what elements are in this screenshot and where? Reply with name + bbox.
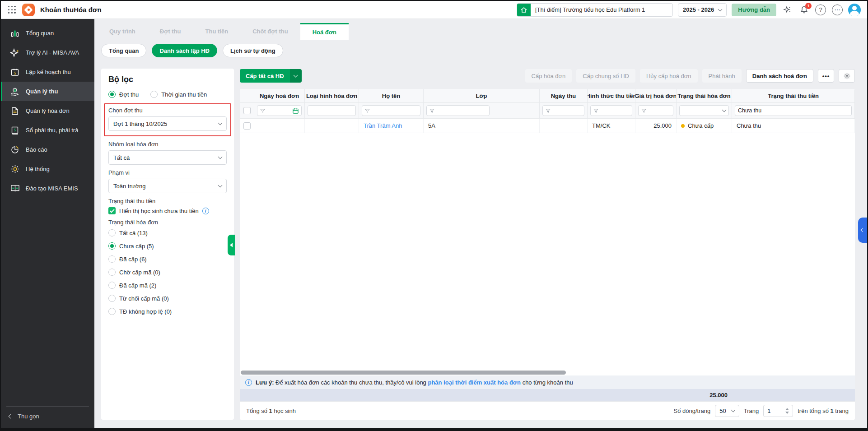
filter-panel: Bộ lọc Đợt thu Thời gian thu tiền Chọn đ… <box>101 69 234 420</box>
cell-ngay-hoa-don <box>254 119 305 133</box>
radio-td-khong-hop-le[interactable]: TĐ không hợp lệ (0) <box>108 308 227 315</box>
main-area: Quy trình Đợt thu Thu tiền Chốt đợt thu … <box>94 19 867 428</box>
filter-ho-ten[interactable] <box>362 105 420 116</box>
user-avatar[interactable] <box>848 4 861 16</box>
school-selector[interactable]: [Thí điểm] Trường tiểu học Edu Platform … <box>517 3 673 17</box>
radio-cho-cap-ma[interactable]: Chờ cấp mã (0) <box>108 269 227 276</box>
cell-hinh-thuc: TM/CK <box>588 119 635 133</box>
filter-loai-hinh[interactable] <box>308 105 356 116</box>
show-unpaid-label: Hiển thị học sinh chưa thu tiền <box>119 208 199 214</box>
radio-dot-thu[interactable]: Đợt thu <box>108 91 139 98</box>
radio-tat-ca[interactable]: Tất cả (13) <box>108 229 227 236</box>
batch-dropdown[interactable]: Đợt 1 tháng 10/2025 <box>108 116 227 131</box>
page-value: 1 <box>767 408 770 414</box>
help-icon[interactable]: ? <box>815 4 826 16</box>
column-gia-tri-hoa-don[interactable]: Giá trị hoá đơn <box>635 89 677 102</box>
radio-chua-cap[interactable]: Chưa cấp (5) <box>108 242 227 250</box>
more-menu-icon[interactable]: ⋯ <box>831 4 843 16</box>
filter-lop[interactable] <box>426 105 490 116</box>
note-prefix: Lưu ý: <box>256 379 274 386</box>
page-number-input[interactable]: 1 <box>763 405 793 417</box>
sidebar-item-tong-quan[interactable]: Tổng quan <box>1 23 94 43</box>
app-window: Khoản thuHóa đơn [Thí điểm] Trường tiểu … <box>0 0 868 431</box>
invoice-group-dropdown[interactable]: Tất cả <box>108 150 227 165</box>
right-panel-expand-handle[interactable] <box>858 218 867 243</box>
column-hinh-thuc-thu-tien[interactable]: Hình thức thu tiền <box>588 89 635 102</box>
filter-ngay-thu[interactable] <box>542 105 584 116</box>
info-icon[interactable]: i <box>202 208 209 214</box>
issue-all-invoices-button[interactable]: Cấp tất cả HĐ <box>240 69 302 83</box>
more-actions-button[interactable]: ••• <box>818 69 834 83</box>
table-settings-button[interactable] <box>839 69 855 83</box>
issue-invoice-button[interactable]: Cấp hóa đơn <box>525 69 572 83</box>
sidebar-collapse-button[interactable]: Thu gọn <box>6 406 89 428</box>
column-trang-thai-thu-tien[interactable]: Trạng thái thu tiền <box>732 89 855 102</box>
split-caret[interactable] <box>290 69 302 83</box>
column-ngay-thu[interactable]: Ngày thu <box>540 89 588 102</box>
sidebar-item-quan-ly-hoa-don[interactable]: Quản lý hóa đơn <box>1 101 94 120</box>
tab-dot-thu[interactable]: Đợt thu <box>148 23 193 40</box>
guide-button[interactable]: Hướng dẫn <box>732 4 776 16</box>
select-all-checkbox[interactable] <box>243 107 251 114</box>
radio-icon <box>108 282 116 289</box>
column-loai-hinh[interactable]: Loại hình hóa đơn <box>305 89 359 102</box>
scrollbar-thumb[interactable] <box>241 371 566 375</box>
sidebar-item-label: Quản lý hóa đơn <box>26 107 70 114</box>
radio-tu-choi-cap-ma[interactable]: Từ chối cấp mã (0) <box>108 295 227 302</box>
tab-chot-dot-thu[interactable]: Chốt đợt thu <box>240 23 300 40</box>
filter-trang-thai-thu-tien[interactable]: Chưa thu <box>735 105 852 116</box>
subtab-danh-sach-lap-hd[interactable]: Danh sách lập HĐ <box>152 44 217 57</box>
table-toolbar: Cấp tất cả HĐ Cấp hóa đơn Cấp chung số H… <box>240 69 855 83</box>
checkbox-checked-icon[interactable] <box>108 207 116 214</box>
radio-thoi-gian-thu-tien[interactable]: Thời gian thu tiền <box>150 91 207 98</box>
publish-button[interactable]: Phát hành <box>702 69 742 83</box>
filter-collapse-handle[interactable] <box>228 235 235 255</box>
page-stepper[interactable] <box>785 408 789 414</box>
scope-value: Toàn trường <box>113 183 219 190</box>
note-bar: i Lưu ý: Để xuất hóa đơn các khoản thu c… <box>240 375 855 389</box>
table-row[interactable]: Trần Trâm Anh 5A TM/CK 25.000 Chưa cấp C… <box>240 119 855 133</box>
sidebar-item-so-phai-thu[interactable]: $ Sổ phải thu, phải trả <box>1 120 94 140</box>
column-trang-thai-hoa-don[interactable]: Trạng thái hóa đơn <box>677 89 732 102</box>
sidebar-item-lap-ke-hoach-thu[interactable]: $ Lập kế hoạch thu <box>1 62 94 82</box>
rows-per-page-dropdown[interactable]: 50 <box>715 405 739 417</box>
sidebar-item-label: Hệ thống <box>26 166 50 172</box>
filter-ngay-hoa-don[interactable] <box>257 105 302 116</box>
ai-sparkle-icon[interactable] <box>781 4 793 16</box>
svg-text:$: $ <box>14 70 16 75</box>
filter-trang-thai-hoa-don-dropdown[interactable] <box>679 105 729 116</box>
note-link[interactable]: phân loại thời điểm xuất hóa đơn <box>428 379 521 386</box>
row-checkbox[interactable] <box>243 122 251 130</box>
school-year-dropdown[interactable]: 2025 - 2026 <box>678 3 727 17</box>
column-ngay-hoa-don[interactable]: Ngày hoá đơn <box>254 89 305 102</box>
filter-gia-tri[interactable] <box>638 105 673 116</box>
filter-hinh-thuc[interactable] <box>590 105 632 116</box>
tab-hoa-don[interactable]: Hoá đơn <box>300 23 349 40</box>
radio-da-cap[interactable]: Đã cấp (6) <box>108 255 227 263</box>
notifications-bell-icon[interactable]: 1 <box>798 4 810 16</box>
column-ho-ten[interactable]: Họ tên <box>359 89 424 102</box>
invoice-list-button[interactable]: Danh sách hoá đơn <box>746 69 813 83</box>
sidebar-item-quan-ly-thu[interactable]: $ Quản lý thu <box>1 82 94 101</box>
cancel-issue-button[interactable]: Hủy cấp hoá đơn <box>640 69 698 83</box>
radio-label: Thời gian thu tiền <box>161 91 207 98</box>
subtab-lich-su-tu-dong[interactable]: Lịch sử tự động <box>223 44 283 57</box>
radio-da-cap-ma[interactable]: Đã cấp mã (2) <box>108 282 227 289</box>
column-lop[interactable]: Lớp <box>424 89 540 102</box>
issue-common-number-button[interactable]: Cấp chung số HĐ <box>576 69 635 83</box>
app-title-secondary: Hóa đơn <box>74 6 102 14</box>
student-name-link[interactable]: Trần Trâm Anh <box>364 122 402 129</box>
sidebar-item-tro-ly-ai[interactable]: Trợ lý AI - MISA AVA <box>1 43 94 62</box>
subtab-tong-quan[interactable]: Tổng quan <box>101 44 146 57</box>
tab-quy-trinh[interactable]: Quy trình <box>97 23 148 40</box>
sidebar-item-dao-tao[interactable]: Đào tạo MISA EMIS <box>1 179 94 198</box>
sidebar-item-label: Sổ phải thu, phải trả <box>26 127 78 134</box>
sidebar-item-he-thong[interactable]: Hệ thống <box>1 159 94 179</box>
funnel-icon <box>641 108 646 113</box>
scope-dropdown[interactable]: Toàn trường <box>108 179 227 193</box>
sidebar-item-bao-cao[interactable]: Báo cáo <box>1 140 94 159</box>
invoice-table-panel: Ngày hoá đơn Loại hình hóa đơn Họ tên Lớ… <box>240 89 855 420</box>
sidebar-item-label: Quản lý thu <box>26 88 58 95</box>
app-launcher-icon[interactable] <box>8 6 16 14</box>
tab-thu-tien[interactable]: Thu tiền <box>193 23 241 40</box>
